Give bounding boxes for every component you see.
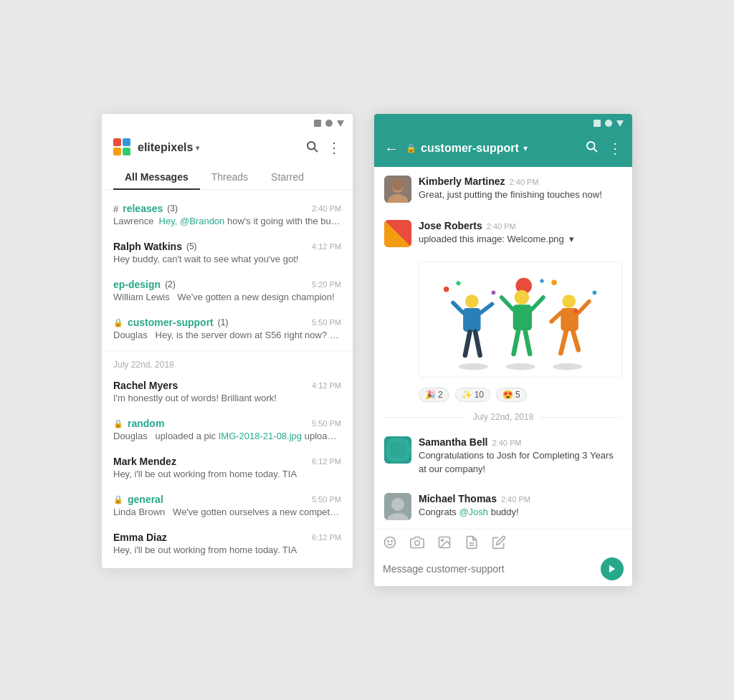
reaction-count: 5: [515, 390, 520, 400]
reaction-emoji: ✨: [462, 390, 472, 400]
unread-count: (2): [165, 279, 176, 289]
message-preview: Hey buddy, can't wait to see what you've…: [113, 254, 341, 264]
right-status-bar: [374, 114, 632, 133]
message-preview: Hey, i'll be out working from home today…: [113, 545, 341, 555]
svg-point-17: [505, 363, 535, 370]
svg-point-31: [562, 295, 576, 309]
date-divider: July 22nd, 2018: [102, 350, 353, 373]
unread-count: (1): [218, 317, 229, 327]
messages-list: # releases (3) 2:40 PM Lawrence Hey, @Br…: [102, 190, 353, 568]
celebration-image: [419, 262, 621, 377]
status-square: [594, 120, 601, 127]
status-triangle: [337, 120, 344, 127]
edit-icon[interactable]: [492, 535, 506, 553]
message-time: 5:20 PM: [312, 280, 341, 289]
channel-name-area[interactable]: 🔒 customer-support ▾: [406, 142, 528, 155]
search-icon[interactable]: [305, 140, 318, 156]
svg-rect-26: [513, 305, 532, 331]
message-content: Samantha Bell 2:40 PM Congratulations to…: [419, 436, 622, 475]
lock-icon: 🔒: [113, 419, 123, 428]
message-time: 5:50 PM: [312, 419, 341, 428]
message-text: Congrats @Josh buddy!: [419, 506, 622, 519]
search-icon[interactable]: [585, 140, 598, 157]
message-preview: Douglas Hey, is the server down at S56 r…: [113, 330, 341, 340]
svg-marker-59: [609, 565, 615, 572]
svg-point-40: [492, 291, 496, 295]
more-icon[interactable]: ⋮: [327, 139, 341, 156]
svg-point-53: [391, 540, 393, 542]
emoji-icon[interactable]: [383, 535, 397, 553]
channel-title: customer-support: [421, 142, 519, 155]
chat-input-area: [374, 529, 632, 586]
sender-name: Mark Mendez: [113, 456, 176, 467]
logo-area[interactable]: elitepixels ▾: [113, 138, 199, 157]
unread-count: (3): [167, 203, 178, 214]
back-button[interactable]: ←: [384, 140, 399, 157]
sender-name: Samantha Bell: [419, 436, 487, 448]
chat-message: Jose Roberts 2:40 PM uploaded this image…: [374, 211, 632, 256]
svg-point-52: [388, 540, 389, 542]
tab-threads[interactable]: Threads: [200, 166, 259, 190]
tab-starred[interactable]: Starred: [259, 166, 315, 190]
message-time: 2:40 PM: [487, 222, 516, 231]
right-header: ← 🔒 customer-support ▾ ⋮: [374, 133, 632, 167]
sender-name: Michael Thomas: [419, 493, 497, 504]
file-icon[interactable]: [464, 535, 479, 553]
reaction-emoji: 🎉: [425, 390, 436, 400]
chat-date-divider: July 22nd, 2018: [374, 406, 632, 428]
list-item[interactable]: Mark Mendez 6:12 PM Hey, i'll be out wor…: [102, 449, 353, 486]
right-panel: ← 🔒 customer-support ▾ ⋮: [374, 114, 632, 585]
svg-rect-3: [123, 148, 130, 155]
svg-point-19: [465, 295, 479, 309]
chat-body: Kimberly Martinez 2:40 PM Great, just pu…: [374, 167, 632, 528]
svg-point-37: [444, 287, 449, 292]
send-button[interactable]: [601, 557, 624, 580]
channel-name: releases: [123, 203, 163, 214]
svg-point-39: [551, 280, 557, 286]
message-time: 2:40 PM: [501, 495, 530, 504]
divider-text: July 22nd, 2018: [466, 412, 541, 422]
tab-all-messages[interactable]: All Messages: [113, 166, 200, 190]
reaction-sparkles[interactable]: ✨ 10: [455, 388, 490, 402]
sender-name: Rachel Myers: [113, 380, 178, 391]
message-input[interactable]: [383, 563, 595, 575]
message-text: uploaded this image: Welcome.png ▾: [419, 233, 622, 246]
message-preview: William Lewis We've gotten a new design …: [113, 292, 341, 302]
svg-point-11: [392, 179, 404, 191]
avatar: [384, 493, 411, 520]
message-time: 6:12 PM: [312, 457, 341, 466]
reaction-party[interactable]: 🎉 2: [419, 388, 449, 402]
left-header: elitepixels ▾ ⋮: [102, 133, 353, 166]
reaction-heart-eyes[interactable]: 😍 5: [496, 388, 527, 402]
lock-icon: 🔒: [113, 318, 123, 327]
svg-point-16: [459, 363, 488, 370]
svg-point-18: [553, 363, 582, 370]
list-item[interactable]: 🔒 random 5:50 PM Douglas uploaded a pic …: [102, 411, 353, 449]
jose-avatar-svg: [384, 220, 411, 247]
message-time: 5:50 PM: [312, 318, 341, 327]
svg-point-25: [515, 290, 530, 305]
list-item[interactable]: 🔒 customer-support (1) 5:50 PM Douglas H…: [102, 310, 353, 347]
status-square: [314, 120, 321, 127]
list-item[interactable]: # releases (3) 2:40 PM Lawrence Hey, @Br…: [102, 196, 353, 234]
list-item[interactable]: 🔒 general 5:50 PM Linda Brown We've gott…: [102, 486, 353, 524]
message-time: 6:12 PM: [312, 533, 341, 542]
svg-point-48: [391, 498, 404, 511]
list-item[interactable]: Emma Diaz 6:12 PM Hey, i'll be out worki…: [102, 524, 353, 562]
status-triangle: [616, 120, 624, 127]
list-item[interactable]: Rachel Myers 4:12 PM I'm honestly out of…: [102, 373, 353, 411]
unread-count: (5): [186, 241, 197, 251]
message-text: Congratulations to Josh for Completing 3…: [419, 449, 622, 475]
camera-icon[interactable]: [410, 535, 424, 553]
screens-container: elitepixels ▾ ⋮ All Messages Threads Sta…: [102, 114, 632, 585]
list-item[interactable]: Ralph Watkins (5) 4:12 PM Hey buddy, can…: [102, 234, 353, 272]
svg-line-7: [594, 149, 596, 152]
image-icon[interactable]: [437, 535, 452, 553]
avatar: [384, 176, 411, 203]
list-item[interactable]: ep-design (2) 5:20 PM William Lewis We'v…: [102, 272, 353, 310]
chat-message: Kimberly Martinez 2:40 PM Great, just pu…: [374, 167, 632, 211]
more-icon[interactable]: ⋮: [608, 140, 622, 157]
app-name-chevron: ▾: [196, 144, 199, 152]
left-header-icons: ⋮: [305, 139, 341, 156]
svg-rect-2: [113, 148, 121, 155]
